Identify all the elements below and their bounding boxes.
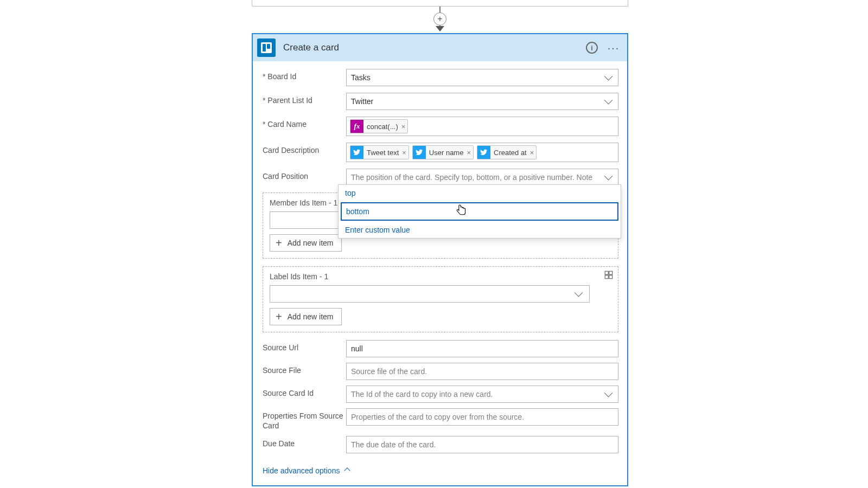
label-source-file: Source File [263, 363, 346, 376]
svg-rect-0 [605, 271, 608, 274]
trello-icon [257, 38, 276, 57]
label-parent-list-id: * Parent List Id [263, 93, 346, 106]
input-properties-from-source[interactable]: Properties of the card to copy over from… [346, 408, 618, 426]
label-card-description: Card Description [263, 143, 346, 156]
svg-rect-1 [609, 271, 612, 274]
token-created-at[interactable]: Created at × [477, 145, 537, 159]
plus-icon: + [276, 311, 282, 322]
info-icon[interactable]: i [585, 41, 599, 55]
remove-token-icon[interactable]: × [467, 149, 471, 157]
switch-array-mode-icon[interactable] [604, 270, 615, 281]
flow-connector-arrow [436, 26, 444, 31]
input-source-file[interactable]: Source file of the card. [346, 363, 618, 380]
input-card-description[interactable]: Tweet text × User name × Created at × [346, 143, 618, 162]
plus-icon: + [276, 237, 282, 248]
label-source-card-id: Source Card Id [263, 386, 346, 399]
token-tweet-text[interactable]: Tweet text × [350, 145, 409, 159]
remove-token-icon[interactable]: × [402, 149, 406, 157]
input-board-id[interactable]: Tasks [346, 69, 618, 86]
label-card-position: Card Position [263, 169, 346, 182]
input-label-ids-item[interactable] [270, 285, 590, 303]
twitter-icon [477, 146, 490, 159]
twitter-icon [413, 146, 426, 159]
previous-step-card [252, 0, 628, 7]
group-label-ids: Label Ids Item - 1 + Add new item [263, 266, 618, 332]
input-source-url[interactable]: null [346, 340, 618, 357]
input-card-position[interactable]: The position of the card. Specify top, b… [346, 169, 618, 186]
dropdown-option-bottom[interactable]: bottom [341, 202, 618, 221]
add-label-item-button[interactable]: + Add new item [270, 308, 342, 325]
dropdown-option-top[interactable]: top [339, 185, 621, 201]
add-member-item-button[interactable]: + Add new item [270, 234, 342, 252]
input-parent-list-id[interactable]: Twitter [346, 93, 618, 110]
token-concat-fx[interactable]: fx concat(...) × [350, 119, 408, 133]
add-step-button[interactable]: + [433, 12, 446, 25]
dropdown-option-custom[interactable]: Enter custom value [339, 222, 621, 238]
svg-rect-2 [605, 275, 608, 279]
card-title: Create a card [283, 42, 577, 53]
input-due-date[interactable]: The due date of the card. [346, 436, 618, 453]
remove-token-icon[interactable]: × [401, 123, 406, 131]
card-header[interactable]: Create a card i ··· [253, 34, 627, 61]
card-position-dropdown: top bottom Enter custom value [338, 184, 621, 239]
label-properties-from-source: Properties From Source Card [263, 408, 346, 431]
card-body: * Board Id Tasks * Parent List Id Twitte… [253, 61, 627, 485]
svg-rect-3 [609, 275, 612, 279]
more-menu-icon[interactable]: ··· [607, 41, 621, 55]
label-source-url: Source Url [263, 340, 346, 353]
hide-advanced-options-toggle[interactable]: Hide advanced options [263, 466, 349, 475]
label-board-id: * Board Id [263, 69, 346, 82]
remove-token-icon[interactable]: × [530, 149, 534, 157]
label-card-name: * Card Name [263, 117, 346, 130]
token-user-name[interactable]: User name × [412, 145, 474, 159]
label-label-ids-item: Label Ids Item - 1 [270, 272, 611, 281]
twitter-icon [350, 146, 363, 159]
input-source-card-id[interactable]: The Id of the card to copy into a new ca… [346, 386, 618, 403]
fx-icon: fx [350, 120, 363, 133]
label-due-date: Due Date [263, 436, 346, 449]
input-card-name[interactable]: fx concat(...) × [346, 117, 618, 136]
action-card-create-a-card: Create a card i ··· * Board Id Tasks * P… [252, 33, 628, 486]
chevron-up-icon [344, 467, 350, 473]
